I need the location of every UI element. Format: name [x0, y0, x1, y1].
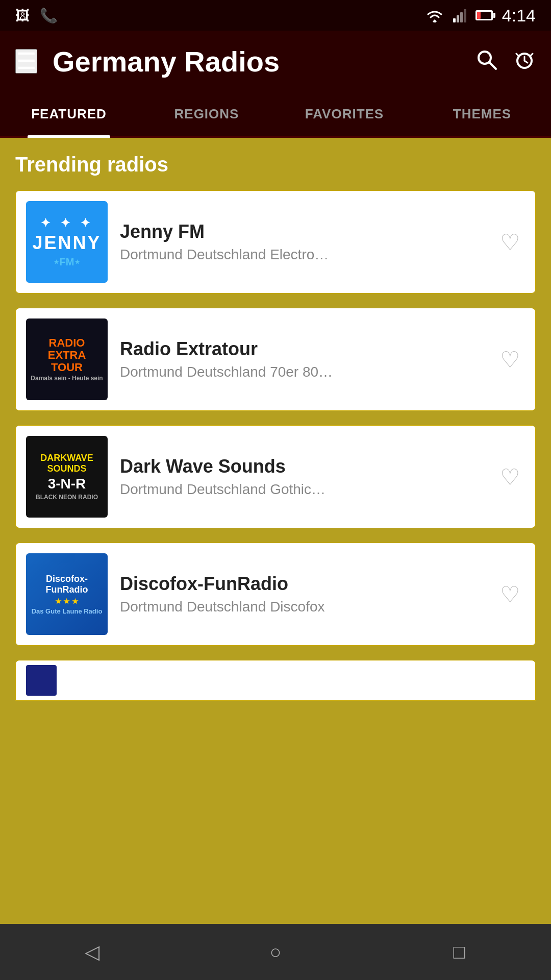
radio-name: Radio Extratour: [120, 338, 482, 360]
heart-icon: ♡: [500, 229, 520, 255]
radio-info-jenny-fm: Jenny FM Dortmund Deutschland Electro…: [120, 221, 482, 263]
app-title: Germany Radios: [53, 45, 460, 78]
content-area: Trending radios ✦ ✦ ✦ JENNY ⋆FM⋆ Jenny F…: [0, 138, 551, 716]
favorite-button-darkwave[interactable]: ♡: [494, 461, 525, 492]
radio-artwork-extratour: RADIOEXTRATOUR Damals sein - Heute sein: [26, 318, 108, 400]
darkwave-art-sub: BLACK NEON RADIO: [36, 494, 98, 501]
discofox-art-top: Discofox-FunRadio: [26, 574, 108, 595]
radio-name: Dark Wave Sounds: [120, 456, 482, 477]
svg-line-9: [516, 54, 519, 57]
heart-icon: ♡: [500, 347, 520, 373]
radio-info-extratour: Radio Extratour Dortmund Deutschland 70e…: [120, 338, 482, 380]
jenny-name-art: JENNY: [32, 232, 101, 254]
list-item[interactable]: ✦ ✦ ✦ JENNY ⋆FM⋆ Jenny FM Dortmund Deuts…: [15, 190, 536, 293]
darkwave-art-top: DARKWAVESOUNDS: [40, 453, 93, 474]
alarm-button[interactable]: [513, 48, 536, 75]
list-item-partial[interactable]: [15, 660, 536, 701]
status-time: 4:14: [502, 6, 536, 26]
svg-rect-1: [457, 15, 459, 22]
heart-icon: ♡: [500, 581, 520, 607]
svg-rect-0: [453, 18, 456, 22]
discofox-art-mid: ★ ★ ★: [55, 597, 79, 605]
wifi-icon: [425, 8, 444, 22]
battery-icon: [475, 10, 493, 20]
status-bar-left: 🖼 📞: [15, 7, 58, 24]
recents-button[interactable]: □: [439, 937, 480, 967]
tabs-bar: FEATURED REGIONS FAVORITES THEMES: [0, 92, 551, 138]
list-item[interactable]: RADIOEXTRATOUR Damals sein - Heute sein …: [15, 308, 536, 411]
status-bar: 🖼 📞 4:14: [0, 0, 551, 31]
radio-name: Discofox-FunRadio: [120, 573, 482, 595]
heart-icon: ♡: [500, 464, 520, 490]
navigation-bar: ◁ ○ □: [0, 924, 551, 980]
back-button[interactable]: ◁: [71, 937, 112, 967]
list-item[interactable]: DARKWAVESOUNDS 3-N-R BLACK NEON RADIO Da…: [15, 425, 536, 528]
radio-artwork-discofox: Discofox-FunRadio ★ ★ ★ Das Gute Laune R…: [26, 553, 108, 635]
photo-icon: 🖼: [15, 7, 30, 24]
search-button[interactable]: [475, 48, 498, 75]
back-icon: ◁: [85, 941, 99, 963]
extratour-art-main: RADIOEXTRATOUR: [48, 337, 86, 374]
radio-description: Dortmund Deutschland Gothic…: [120, 481, 482, 498]
tab-favorites[interactable]: FAVORITES: [276, 92, 413, 136]
radio-artwork-jenny-fm: ✦ ✦ ✦ JENNY ⋆FM⋆: [26, 201, 108, 283]
svg-rect-3: [464, 9, 466, 22]
tab-featured[interactable]: FEATURED: [0, 92, 138, 136]
jenny-stars-decoration: ✦ ✦ ✦: [40, 216, 93, 230]
search-icon: [475, 48, 498, 71]
svg-line-10: [530, 54, 533, 57]
radio-description: Dortmund Deutschland Discofox: [120, 599, 482, 615]
darkwave-art-mid: 3-N-R: [48, 476, 86, 492]
signal-icon: [453, 8, 466, 22]
list-item[interactable]: Discofox-FunRadio ★ ★ ★ Das Gute Laune R…: [15, 543, 536, 646]
tab-themes[interactable]: THEMES: [413, 92, 551, 136]
status-bar-right: 4:14: [425, 6, 536, 26]
radio-info-darkwave: Dark Wave Sounds Dortmund Deutschland Go…: [120, 456, 482, 498]
svg-line-8: [524, 61, 528, 63]
svg-line-5: [489, 62, 496, 69]
radio-info-discofox: Discofox-FunRadio Dortmund Deutschland D…: [120, 573, 482, 615]
favorite-button-extratour[interactable]: ♡: [494, 344, 525, 375]
jenny-fm-art: ⋆FM⋆: [53, 256, 81, 268]
recents-icon: □: [454, 941, 465, 963]
favorite-button-jenny-fm[interactable]: ♡: [494, 227, 525, 257]
menu-button[interactable]: ☰: [15, 49, 37, 74]
section-title: Trending radios: [15, 153, 536, 176]
radio-description: Dortmund Deutschland 70er 80…: [120, 364, 482, 380]
svg-rect-2: [460, 12, 463, 22]
app-header: ☰ Germany Radios: [0, 31, 551, 92]
radio-artwork-partial: [26, 665, 57, 696]
phone-icon: 📞: [40, 7, 58, 24]
favorite-button-discofox[interactable]: ♡: [494, 579, 525, 609]
radio-artwork-darkwave: DARKWAVESOUNDS 3-N-R BLACK NEON RADIO: [26, 436, 108, 518]
extratour-art-sub: Damals sein - Heute sein: [31, 375, 103, 382]
alarm-icon: [513, 48, 536, 71]
home-icon: ○: [270, 941, 282, 963]
home-button[interactable]: ○: [255, 937, 296, 967]
tab-regions[interactable]: REGIONS: [138, 92, 276, 136]
header-actions: [475, 48, 536, 75]
radio-description: Dortmund Deutschland Electro…: [120, 247, 482, 263]
radio-name: Jenny FM: [120, 221, 482, 242]
discofox-art-sub: Das Gute Laune Radio: [32, 607, 103, 615]
